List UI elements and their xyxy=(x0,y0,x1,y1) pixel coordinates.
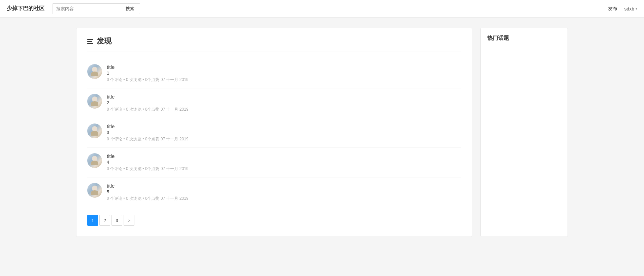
content-panel: 发现 title 1 0 个评论 • 0 次浏览 • 0个点赞 07 十一月 2… xyxy=(76,28,472,237)
avatar xyxy=(87,94,102,109)
post-author: 4 xyxy=(107,160,461,165)
post-content: title 2 0 个评论 • 0 次浏览 • 0个点赞 07 十一月 2019 xyxy=(107,94,461,112)
post-title[interactable]: title xyxy=(107,183,461,189)
pagination: 123> xyxy=(87,215,461,226)
post-content: title 5 0 个评论 • 0 次浏览 • 0个点赞 07 十一月 2019 xyxy=(107,183,461,201)
page-button-1[interactable]: 1 xyxy=(87,215,98,226)
post-item: title 4 0 个评论 • 0 次浏览 • 0个点赞 07 十一月 2019 xyxy=(87,148,461,177)
post-item: title 3 0 个评论 • 0 次浏览 • 0个点赞 07 十一月 2019 xyxy=(87,118,461,148)
post-author: 1 xyxy=(107,71,461,76)
post-title[interactable]: title xyxy=(107,94,461,100)
avatar xyxy=(87,153,102,168)
page-title: 发现 xyxy=(97,36,111,46)
search-button[interactable]: 搜索 xyxy=(120,3,140,14)
sidebar-title: 热门话题 xyxy=(487,35,561,42)
post-author: 5 xyxy=(107,189,461,194)
user-menu[interactable]: sdxb ▾ xyxy=(624,6,637,11)
post-meta: 0 个评论 • 0 次浏览 • 0个点赞 07 十一月 2019 xyxy=(107,136,461,142)
post-item: title 5 0 个评论 • 0 次浏览 • 0个点赞 07 十一月 2019 xyxy=(87,177,461,207)
post-content: title 3 0 个评论 • 0 次浏览 • 0个点赞 07 十一月 2019 xyxy=(107,123,461,142)
site-logo: 少掉下巴的社区 xyxy=(7,5,44,12)
post-content: title 1 0 个评论 • 0 次浏览 • 0个点赞 07 十一月 2019 xyxy=(107,64,461,83)
publish-button[interactable]: 发布 xyxy=(608,6,617,12)
post-meta: 0 个评论 • 0 次浏览 • 0个点赞 07 十一月 2019 xyxy=(107,196,461,201)
page-heading: 发现 xyxy=(87,36,461,52)
post-author: 2 xyxy=(107,100,461,105)
avatar xyxy=(87,123,102,138)
header: 少掉下巴的社区 搜索 发布 sdxb ▾ xyxy=(0,0,644,18)
search-wrap: 搜索 xyxy=(53,3,140,14)
post-list: title 1 0 个评论 • 0 次浏览 • 0个点赞 07 十一月 2019… xyxy=(87,59,461,207)
sidebar-panel: 热门话题 xyxy=(480,28,568,237)
post-title[interactable]: title xyxy=(107,64,461,70)
page-button-2[interactable]: 2 xyxy=(99,215,110,226)
list-icon xyxy=(87,39,93,44)
post-item: title 1 0 个评论 • 0 次浏览 • 0个点赞 07 十一月 2019 xyxy=(87,59,461,88)
post-title[interactable]: title xyxy=(107,123,461,129)
header-right: 发布 sdxb ▾ xyxy=(608,6,637,12)
page-button->[interactable]: > xyxy=(124,215,134,226)
post-meta: 0 个评论 • 0 次浏览 • 0个点赞 07 十一月 2019 xyxy=(107,107,461,112)
main-container: 发现 title 1 0 个评论 • 0 次浏览 • 0个点赞 07 十一月 2… xyxy=(69,28,575,237)
search-input[interactable] xyxy=(53,3,120,14)
post-meta: 0 个评论 • 0 次浏览 • 0个点赞 07 十一月 2019 xyxy=(107,166,461,172)
post-content: title 4 0 个评论 • 0 次浏览 • 0个点赞 07 十一月 2019 xyxy=(107,153,461,172)
post-item: title 2 0 个评论 • 0 次浏览 • 0个点赞 07 十一月 2019 xyxy=(87,88,461,118)
post-title[interactable]: title xyxy=(107,153,461,159)
post-meta: 0 个评论 • 0 次浏览 • 0个点赞 07 十一月 2019 xyxy=(107,77,461,83)
chevron-down-icon: ▾ xyxy=(636,7,637,10)
page-button-3[interactable]: 3 xyxy=(111,215,122,226)
post-author: 3 xyxy=(107,130,461,135)
avatar xyxy=(87,64,102,79)
username: sdxb xyxy=(624,6,634,11)
avatar xyxy=(87,183,102,198)
